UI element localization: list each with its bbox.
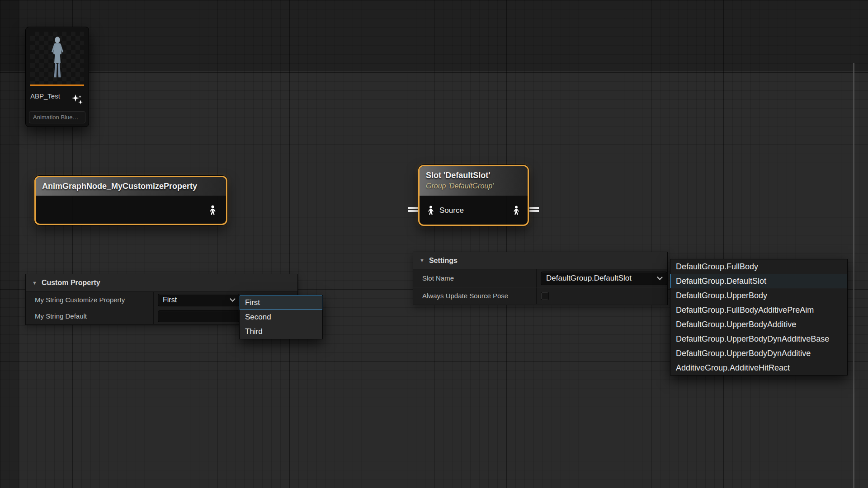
pose-pin-person-icon: [512, 206, 520, 215]
node-title: Slot 'DefaultSlot': [426, 171, 521, 180]
node-header: AnimGraphNode_MyCustomizeProperty: [36, 177, 226, 196]
property-row: Always Update Source Pose: [413, 287, 667, 305]
property-label: Always Update Source Pose: [413, 287, 536, 304]
settings-panel: ▼ Settings Slot Name DefaultGroup.Defaul…: [413, 252, 668, 305]
blueprint-graph-canvas[interactable]: [0, 0, 868, 488]
my-string-customize-property-combo[interactable]: First: [158, 294, 240, 306]
node-body: Source: [420, 196, 528, 225]
pose-wire-stub-right[interactable]: [529, 207, 539, 212]
pose-wire-stub-left[interactable]: [408, 207, 418, 212]
node-subtitle: Group 'DefaultGroup': [426, 182, 521, 190]
node-header: Slot 'DefaultSlot' Group 'DefaultGroup': [420, 166, 528, 196]
slot-option[interactable]: DefaultGroup.UpperBodyDynAdditive: [670, 346, 847, 361]
property-label: Slot Name: [413, 269, 536, 287]
node-body: [36, 196, 226, 224]
asset-drag-preview[interactable]: ABP_Test Animation Blue…: [25, 27, 89, 127]
property-value-cell: [536, 287, 667, 304]
settings-section-header[interactable]: ▼ Settings: [413, 252, 667, 269]
animation-blueprint-editor: ABP_Test Animation Blue… AnimGraphNode_M…: [0, 0, 868, 488]
chevron-down-icon: [657, 274, 663, 280]
asset-thumbnail: [30, 32, 84, 86]
pose-output-pin[interactable]: [208, 205, 217, 215]
custom-property-section-header[interactable]: ▼ Custom Property: [26, 274, 297, 292]
property-label: My String Customize Property: [26, 292, 153, 308]
collapse-triangle-icon[interactable]: ▼: [420, 258, 425, 263]
slot-option[interactable]: DefaultGroup.UpperBodyAdditive: [670, 317, 847, 332]
node-title: AnimGraphNode_MyCustomizeProperty: [42, 182, 197, 191]
section-title: Custom Property: [42, 279, 100, 287]
property-label: My String Default: [26, 308, 153, 324]
source-pin-label: Source: [439, 206, 464, 215]
asset-type-label: Animation Blue…: [29, 111, 85, 123]
node-slot-defaultslot[interactable]: Slot 'DefaultSlot' Group 'DefaultGroup' …: [418, 165, 529, 226]
graph-top-shadow: [0, 0, 868, 71]
property-row: Slot Name DefaultGroup.DefaultSlot: [413, 269, 667, 287]
slot-option[interactable]: DefaultGroup.UpperBody: [670, 288, 847, 303]
property-value-cell: DefaultGroup.DefaultSlot: [536, 269, 667, 287]
my-string-default-input[interactable]: [158, 310, 240, 322]
node-animgraph-customize-property[interactable]: AnimGraphNode_MyCustomizeProperty: [34, 176, 227, 225]
slot-option[interactable]: DefaultGroup.FullBody: [670, 259, 847, 274]
animation-sparkle-icon: [71, 94, 83, 106]
pose-input-pin[interactable]: [427, 206, 435, 215]
dropdown-item-third[interactable]: Third: [240, 324, 322, 339]
mannequin-thumbnail-figure: [47, 36, 68, 83]
panel-splitter[interactable]: [853, 63, 854, 488]
slot-option[interactable]: AdditiveGroup.AdditiveHitReact: [670, 361, 847, 375]
slot-name-combo[interactable]: DefaultGroup.DefaultSlot: [541, 272, 667, 285]
string-property-dropdown: First Second Third: [239, 295, 323, 339]
chevron-down-icon: [230, 296, 236, 302]
dropdown-item-second[interactable]: Second: [240, 310, 322, 324]
dropdown-item-first[interactable]: First: [240, 296, 322, 310]
always-update-source-pose-checkbox[interactable]: [541, 292, 549, 300]
slot-option[interactable]: DefaultGroup.FullBodyAdditivePreAim: [670, 303, 847, 317]
slot-option[interactable]: DefaultGroup.DefaultSlot: [670, 274, 847, 288]
graph-left-shadow: [0, 0, 19, 488]
combo-selected-value: DefaultGroup.DefaultSlot: [546, 274, 632, 283]
combo-selected-value: First: [163, 296, 177, 304]
collapse-triangle-icon[interactable]: ▼: [32, 281, 37, 286]
pose-pin-person-icon: [427, 206, 435, 215]
slot-name-dropdown: DefaultGroup.FullBody DefaultGroup.Defau…: [670, 259, 848, 375]
slot-option[interactable]: DefaultGroup.UpperBodyDynAdditiveBase: [670, 332, 847, 346]
pose-output-pin[interactable]: [512, 206, 520, 215]
section-title: Settings: [429, 257, 458, 265]
pose-pin-person-icon: [208, 205, 217, 215]
